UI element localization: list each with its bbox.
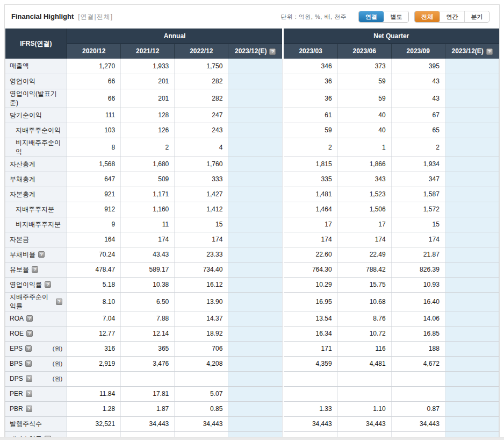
value-cell: 343 xyxy=(337,172,391,187)
value-cell xyxy=(445,157,499,172)
value-cell xyxy=(445,202,499,217)
value-cell: 12.77 xyxy=(67,326,121,341)
value-cell: 7.04 xyxy=(67,311,121,326)
value-cell: 0.87 xyxy=(391,401,445,416)
value-cell: 1.10 xyxy=(337,401,391,416)
value-cell: 11.84 xyxy=(67,386,121,401)
row-label-cell: PBR? xyxy=(5,401,67,416)
value-cell: 103 xyxy=(67,123,121,138)
value-cell xyxy=(445,371,499,386)
row-label-cell: 지배주주지분 xyxy=(5,202,67,217)
toggle-button-scope[interactable]: 별도 xyxy=(384,11,408,22)
value-cell: 10.29 xyxy=(284,277,337,292)
value-cell: 34,443 xyxy=(284,416,337,431)
value-cell: 10.72 xyxy=(337,326,391,341)
table-row: PER?11.8417.815.07 xyxy=(5,386,499,401)
help-icon[interactable]: ? xyxy=(26,391,32,397)
toggle-button-period[interactable]: 분기 xyxy=(464,11,489,22)
value-cell xyxy=(228,277,282,292)
help-icon[interactable]: ? xyxy=(26,330,33,337)
help-icon[interactable]: ? xyxy=(26,315,33,322)
row-label-cell: BPS?(원) xyxy=(5,356,67,371)
value-cell xyxy=(445,262,499,277)
value-cell xyxy=(228,108,282,123)
column-header: 2020/12 xyxy=(67,44,121,59)
value-cell: 1,750 xyxy=(175,59,228,74)
value-cell xyxy=(228,371,282,386)
value-cell xyxy=(228,74,282,89)
value-cell: 126 xyxy=(121,123,175,138)
column-header: 2023/06 xyxy=(337,44,391,59)
value-cell: 16.40 xyxy=(391,292,445,311)
value-cell xyxy=(445,386,499,401)
value-cell: 17.81 xyxy=(121,386,175,401)
value-cell: 22.60 xyxy=(284,247,337,262)
row-label-cell: 매출액 xyxy=(5,59,67,74)
row-label: 매출액 xyxy=(10,61,29,70)
value-cell: 1,933 xyxy=(121,59,175,74)
value-cell: 647 xyxy=(67,172,121,187)
table-row: DPS?(원) xyxy=(5,371,499,386)
value-cell: 478.47 xyxy=(67,262,121,277)
period-toggle-group: 전체연간분기 xyxy=(414,11,489,23)
value-cell: 10.38 xyxy=(121,277,175,292)
value-cell: 4,481 xyxy=(337,356,391,371)
row-label-cell: 유보율? xyxy=(5,262,67,277)
value-cell xyxy=(445,311,499,326)
table-row: 당기순이익111128247614067 xyxy=(5,108,499,123)
value-cell: 1,572 xyxy=(391,202,445,217)
value-cell: 1,427 xyxy=(175,187,228,202)
help-icon[interactable]: ? xyxy=(486,48,493,55)
help-icon[interactable]: ? xyxy=(56,299,62,305)
help-icon[interactable]: ? xyxy=(38,251,45,258)
value-cell: 1,481 xyxy=(284,187,337,202)
value-cell: 14.37 xyxy=(175,311,228,326)
value-cell: 4,359 xyxy=(284,356,337,371)
toggle-button-scope-active[interactable]: 연결 xyxy=(359,11,384,22)
value-cell: 373 xyxy=(337,59,391,74)
row-label: 발행주식수 xyxy=(10,420,42,429)
value-cell xyxy=(445,123,499,138)
value-cell: 13.54 xyxy=(284,311,337,326)
group-header-annual: Annual xyxy=(67,29,282,44)
column-header: 2023/09 xyxy=(391,44,445,59)
toggle-button-period-active[interactable]: 전체 xyxy=(415,11,440,22)
value-cell xyxy=(337,386,391,401)
row-label: 영업이익(발표기준) xyxy=(10,89,62,108)
value-cell xyxy=(228,262,282,277)
row-label-cell: EPS?(원) xyxy=(5,341,67,356)
value-cell: 164 xyxy=(67,232,121,247)
help-icon[interactable]: ? xyxy=(45,281,51,288)
value-cell xyxy=(228,311,282,326)
help-icon[interactable]: ? xyxy=(32,266,38,273)
help-icon[interactable]: ? xyxy=(26,406,32,412)
page-title: Financial Highlight xyxy=(11,12,74,20)
row-label-cell: 영업이익률? xyxy=(5,277,67,292)
toggle-button-period[interactable]: 연간 xyxy=(440,11,464,22)
value-cell: 16.12 xyxy=(175,277,228,292)
row-label: 유보율 xyxy=(10,265,29,274)
value-cell: 9 xyxy=(67,217,121,232)
help-icon[interactable]: ? xyxy=(25,345,32,352)
row-label: 지배주주순이익 xyxy=(16,126,61,135)
row-label-cell: 지배주주순이익 xyxy=(5,123,67,138)
value-cell: 13.90 xyxy=(175,292,228,311)
row-label-cell: 자본총계 xyxy=(5,187,67,202)
value-cell: 34,443 xyxy=(175,416,228,431)
value-cell: 59 xyxy=(337,74,391,89)
value-cell: 4,208 xyxy=(175,356,228,371)
help-icon[interactable]: ? xyxy=(25,360,32,367)
help-icon[interactable]: ? xyxy=(26,375,32,382)
value-cell xyxy=(228,217,282,232)
help-icon[interactable]: ? xyxy=(269,48,276,55)
table-row: 비지배주주순이익824212 xyxy=(5,138,499,157)
table-row: ROA?7.047.8814.3713.548.7614.06 xyxy=(5,311,499,326)
value-cell: 1,934 xyxy=(391,157,445,172)
value-cell: 1,270 xyxy=(67,59,121,74)
value-cell: 1,171 xyxy=(121,187,175,202)
value-cell: 174 xyxy=(391,232,445,247)
units-label: 단위 : 억원, %, 배, 천주 xyxy=(280,13,347,21)
value-cell xyxy=(228,232,282,247)
row-label-cell: 발행주식수 xyxy=(5,416,67,431)
table-row: 비지배주주지분91115171715 xyxy=(5,217,499,232)
